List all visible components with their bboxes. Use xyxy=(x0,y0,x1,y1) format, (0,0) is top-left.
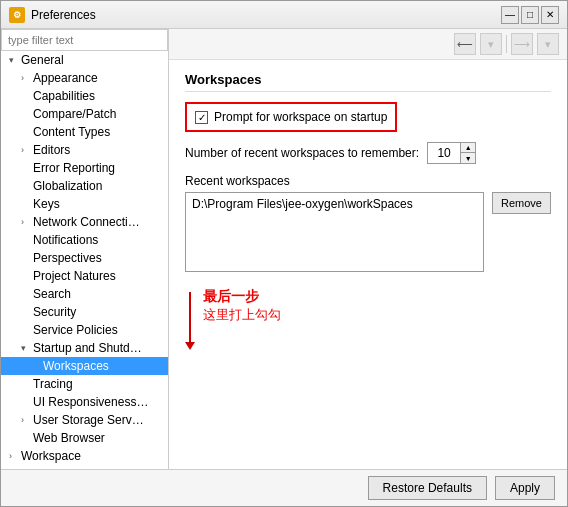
minimize-button[interactable]: — xyxy=(501,6,519,24)
arrowhead xyxy=(185,342,195,350)
main-toolbar: ⟵ ▾ ⟶ ▾ xyxy=(169,29,567,60)
sidebar-label: Startup and Shutd… xyxy=(33,341,142,355)
expand-arrow: ▾ xyxy=(9,55,19,65)
sidebar: ▾ General › Appearance Capabilities Comp… xyxy=(1,29,169,469)
recent-list-wrapper: D:\Program Files\jee-oxygen\workSpaces R… xyxy=(185,192,551,272)
restore-defaults-button[interactable]: Restore Defaults xyxy=(368,476,487,500)
sidebar-item-workspaces[interactable]: Workspaces xyxy=(1,357,168,375)
sidebar-item-capabilities[interactable]: Capabilities xyxy=(1,87,168,105)
toolbar-separator xyxy=(506,35,507,53)
sidebar-label: Compare/Patch xyxy=(33,107,116,121)
sidebar-label: Security xyxy=(33,305,76,319)
arrow-container xyxy=(185,292,195,350)
annotation-last-step: 最后一步 xyxy=(203,288,281,306)
dropdown-button[interactable]: ▾ xyxy=(480,33,502,55)
recent-workspace-list: D:\Program Files\jee-oxygen\workSpaces xyxy=(185,192,484,272)
sidebar-item-search[interactable]: Search xyxy=(1,285,168,303)
sidebar-label: Notifications xyxy=(33,233,98,247)
sidebar-item-keys[interactable]: Keys xyxy=(1,195,168,213)
sidebar-label: Content Types xyxy=(33,125,110,139)
sidebar-item-service-policies[interactable]: Service Policies xyxy=(1,321,168,339)
spinbox-up[interactable]: ▲ xyxy=(461,143,475,153)
spinbox-arrows: ▲ ▼ xyxy=(460,143,475,163)
recent-count-input[interactable] xyxy=(428,143,460,163)
sidebar-label: Search xyxy=(33,287,71,301)
filter-input[interactable] xyxy=(1,29,168,51)
close-button[interactable]: ✕ xyxy=(541,6,559,24)
sidebar-label: Globalization xyxy=(33,179,102,193)
recent-count-label: Number of recent workspaces to remember: xyxy=(185,146,419,160)
annotation-check-here: 这里打上勾勾 xyxy=(203,306,281,324)
expand-arrow: › xyxy=(21,415,31,425)
apply-button[interactable]: Apply xyxy=(495,476,555,500)
sidebar-label: Service Policies xyxy=(33,323,118,337)
expand-arrow: › xyxy=(21,145,31,155)
remove-button[interactable]: Remove xyxy=(492,192,551,214)
spinbox-down[interactable]: ▼ xyxy=(461,153,475,163)
sidebar-label: Workspaces xyxy=(43,359,109,373)
sidebar-item-workspace[interactable]: › Workspace xyxy=(1,447,168,465)
title-bar: ⚙ Preferences — □ ✕ xyxy=(1,1,567,29)
recent-workspaces-label: Recent workspaces xyxy=(185,174,551,188)
sidebar-item-globalization[interactable]: Globalization xyxy=(1,177,168,195)
sidebar-label: Project Natures xyxy=(33,269,116,283)
sidebar-label: Workspace xyxy=(21,449,81,463)
sidebar-label: Keys xyxy=(33,197,60,211)
sidebar-label: Editors xyxy=(33,143,70,157)
forward-button[interactable]: ⟶ xyxy=(511,33,533,55)
sidebar-item-appearance[interactable]: › Appearance xyxy=(1,69,168,87)
recent-count-row: Number of recent workspaces to remember:… xyxy=(185,142,551,164)
tree-container: ▾ General › Appearance Capabilities Comp… xyxy=(1,51,168,469)
sidebar-item-perspectives[interactable]: Perspectives xyxy=(1,249,168,267)
sidebar-item-startup-shutdown[interactable]: ▾ Startup and Shutd… xyxy=(1,339,168,357)
sidebar-item-ui-responsiveness[interactable]: UI Responsiveness… xyxy=(1,393,168,411)
sidebar-label: Tracing xyxy=(33,377,73,391)
sidebar-item-network[interactable]: › Network Connecti… xyxy=(1,213,168,231)
window-icon: ⚙ xyxy=(9,7,25,23)
sidebar-item-error-reporting[interactable]: Error Reporting xyxy=(1,159,168,177)
window-title: Preferences xyxy=(31,8,96,22)
prompt-checkbox-row: Prompt for workspace on startup xyxy=(185,102,397,132)
sidebar-item-tracing[interactable]: Tracing xyxy=(1,375,168,393)
section-title: Workspaces xyxy=(185,72,551,92)
sidebar-item-security[interactable]: Security xyxy=(1,303,168,321)
content-area: ▾ General › Appearance Capabilities Comp… xyxy=(1,29,567,469)
sidebar-item-user-storage[interactable]: › User Storage Serv… xyxy=(1,411,168,429)
recent-workspaces-section: Recent workspaces D:\Program Files\jee-o… xyxy=(185,174,551,272)
sidebar-label: Error Reporting xyxy=(33,161,115,175)
preferences-window: ⚙ Preferences — □ ✕ ▾ General › Appearan… xyxy=(0,0,568,507)
maximize-button[interactable]: □ xyxy=(521,6,539,24)
sidebar-item-compare-patch[interactable]: Compare/Patch xyxy=(1,105,168,123)
sidebar-item-editors[interactable]: › Editors xyxy=(1,141,168,159)
workspace-path-item[interactable]: D:\Program Files\jee-oxygen\workSpaces xyxy=(188,195,481,213)
sidebar-label: General xyxy=(21,53,64,67)
sidebar-item-content-types[interactable]: Content Types xyxy=(1,123,168,141)
sidebar-item-notifications[interactable]: Notifications xyxy=(1,231,168,249)
sidebar-label: Capabilities xyxy=(33,89,95,103)
sidebar-label: Appearance xyxy=(33,71,98,85)
prompt-label: Prompt for workspace on startup xyxy=(214,110,387,124)
sidebar-item-project-natures[interactable]: Project Natures xyxy=(1,267,168,285)
main-content: Workspaces Prompt for workspace on start… xyxy=(169,60,567,469)
annotation-container: 最后一步 这里打上勾勾 xyxy=(185,288,551,350)
sidebar-label: UI Responsiveness… xyxy=(33,395,148,409)
back-button[interactable]: ⟵ xyxy=(454,33,476,55)
recent-count-spinbox[interactable]: ▲ ▼ xyxy=(427,142,476,164)
forward-dropdown-button[interactable]: ▾ xyxy=(537,33,559,55)
sidebar-label: Perspectives xyxy=(33,251,102,265)
sidebar-item-general[interactable]: ▾ General xyxy=(1,51,168,69)
prompt-checkbox[interactable] xyxy=(195,111,208,124)
sidebar-label: User Storage Serv… xyxy=(33,413,144,427)
main-panel: ⟵ ▾ ⟶ ▾ Workspaces Prompt for workspace … xyxy=(169,29,567,469)
expand-arrow: ▾ xyxy=(21,343,31,353)
expand-arrow: › xyxy=(21,217,31,227)
sidebar-label: Network Connecti… xyxy=(33,215,140,229)
expand-arrow: › xyxy=(9,451,19,461)
sidebar-item-web-browser[interactable]: Web Browser xyxy=(1,429,168,447)
annotation-text-block: 最后一步 这里打上勾勾 xyxy=(203,288,281,324)
title-bar-left: ⚙ Preferences xyxy=(9,7,96,23)
arrow-shaft xyxy=(189,292,191,342)
expand-arrow: › xyxy=(21,73,31,83)
bottom-bar: Restore Defaults Apply xyxy=(1,469,567,506)
window-controls: — □ ✕ xyxy=(501,6,559,24)
